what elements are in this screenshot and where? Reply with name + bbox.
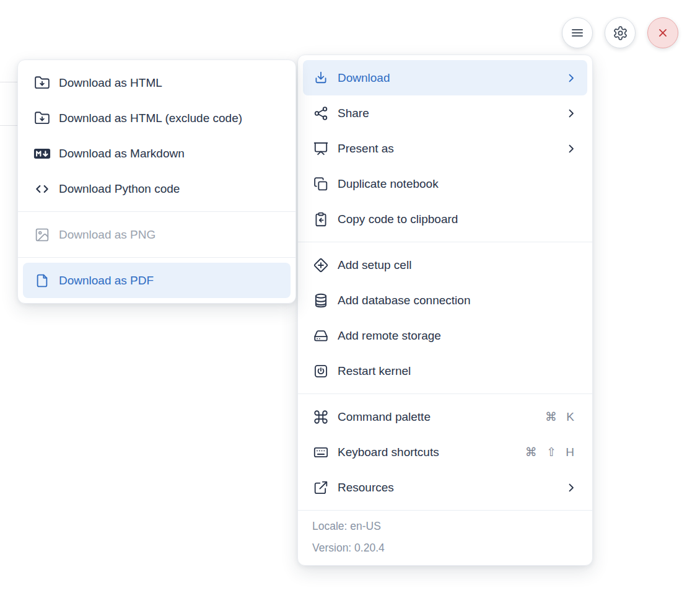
menu-footer: Locale: en-US Version: 0.20.4: [298, 510, 592, 565]
menu-item-restart-kernel[interactable]: Restart kernel: [303, 353, 587, 389]
submenu-item-download-pdf[interactable]: Download as PDF: [23, 263, 291, 298]
settings-button[interactable]: [605, 17, 636, 48]
submenu-item-download-markdown[interactable]: Download as Markdown: [23, 136, 291, 171]
menu-item-label: Restart kernel: [338, 364, 577, 378]
menu-item-label: Add database connection: [338, 294, 577, 307]
hamburger-icon: [570, 25, 585, 40]
locale-info: Locale: en-US: [298, 516, 592, 537]
menu-item-label: Resources: [338, 481, 565, 495]
submenu-group: Download as HTML Download as HTML (exclu…: [18, 60, 295, 211]
folder-download-icon: [33, 110, 51, 127]
menu-item-label: Keyboard shortcuts: [338, 446, 525, 459]
download-submenu: Download as HTML Download as HTML (exclu…: [17, 59, 296, 304]
notebook-actions-menu: Download Share: [297, 55, 593, 566]
menu-item-label: Present as: [338, 142, 565, 156]
file-icon: [33, 272, 51, 289]
shutdown-button[interactable]: [647, 17, 678, 48]
menu-item-resources[interactable]: Resources: [303, 470, 587, 505]
menu-item-keyboard-shortcuts[interactable]: Keyboard shortcuts ⌘ ⇧ H: [303, 434, 587, 470]
submenu-item-label: Download as PNG: [59, 228, 281, 242]
submenu-item-label: Download as HTML (exclude code): [59, 112, 281, 125]
menu-item-label: Add remote storage: [338, 329, 577, 343]
floating-toolbar: [562, 17, 678, 48]
menu-item-download[interactable]: Download: [303, 60, 587, 95]
submenu-group: Download as PDF: [18, 257, 295, 303]
external-link-icon: [312, 479, 330, 496]
submenu-item-label: Download as Markdown: [59, 147, 281, 160]
markdown-icon: [33, 145, 51, 162]
shortcut-hint: ⌘ K: [545, 410, 577, 424]
menu-group: Command palette ⌘ K Keyboard shortcuts ⌘…: [298, 393, 592, 510]
submenu-item-label: Download Python code: [59, 182, 281, 196]
hard-drive-icon: [312, 327, 330, 345]
menu-item-label: Command palette: [338, 410, 545, 424]
background-cell-border: [0, 125, 18, 126]
menu-item-copy-code[interactable]: Copy code to clipboard: [303, 201, 587, 237]
submenu-item-label: Download as HTML: [59, 76, 281, 90]
submenu-group: Download as PNG: [18, 211, 295, 257]
menu-item-label: Add setup cell: [338, 258, 577, 272]
close-icon: [656, 26, 670, 40]
version-info: Version: 0.20.4: [298, 537, 592, 559]
chevron-right-icon: [565, 481, 577, 494]
menu-item-label: Duplicate notebook: [338, 177, 577, 191]
chevron-right-icon: [565, 143, 577, 155]
code-icon: [33, 180, 51, 198]
menu-item-add-setup-cell[interactable]: Add setup cell: [303, 247, 587, 283]
command-icon: [312, 408, 330, 426]
menu-item-share[interactable]: Share: [303, 95, 587, 131]
shortcut-hint: ⌘ ⇧ H: [525, 445, 577, 459]
duplicate-icon: [312, 175, 330, 193]
submenu-item-download-html-exclude-code[interactable]: Download as HTML (exclude code): [23, 100, 291, 136]
keyboard-icon: [312, 444, 330, 461]
submenu-item-download-png[interactable]: Download as PNG: [23, 217, 291, 252]
menu-item-present-as[interactable]: Present as: [303, 131, 587, 166]
image-icon: [33, 226, 51, 244]
notebook-menu-button[interactable]: [562, 17, 593, 48]
diamond-plus-icon: [312, 257, 330, 274]
menu-item-add-remote-storage[interactable]: Add remote storage: [303, 318, 587, 353]
gear-icon: [613, 25, 628, 41]
submenu-item-label: Download as PDF: [59, 274, 281, 288]
menu-item-add-database-connection[interactable]: Add database connection: [303, 283, 587, 318]
submenu-item-download-python[interactable]: Download Python code: [23, 171, 291, 206]
database-icon: [312, 292, 330, 309]
menu-group: Add setup cell Add database connection: [298, 242, 592, 393]
app-canvas: Download Share: [0, 0, 700, 611]
menu-item-label: Share: [338, 107, 565, 120]
power-square-icon: [312, 363, 330, 380]
submenu-item-download-html[interactable]: Download as HTML: [23, 65, 291, 100]
clipboard-copy-icon: [312, 211, 330, 228]
presentation-icon: [312, 140, 330, 157]
background-cell-border: [0, 82, 18, 82]
share-icon: [312, 105, 330, 122]
menu-item-duplicate-notebook[interactable]: Duplicate notebook: [303, 166, 587, 201]
download-icon: [312, 69, 330, 87]
folder-download-icon: [33, 74, 51, 92]
menu-item-label: Copy code to clipboard: [338, 213, 577, 226]
chevron-right-icon: [565, 107, 577, 120]
menu-item-command-palette[interactable]: Command palette ⌘ K: [303, 399, 587, 434]
chevron-right-icon: [565, 72, 577, 84]
menu-group: Download Share: [298, 55, 592, 242]
menu-item-label: Download: [338, 71, 565, 85]
